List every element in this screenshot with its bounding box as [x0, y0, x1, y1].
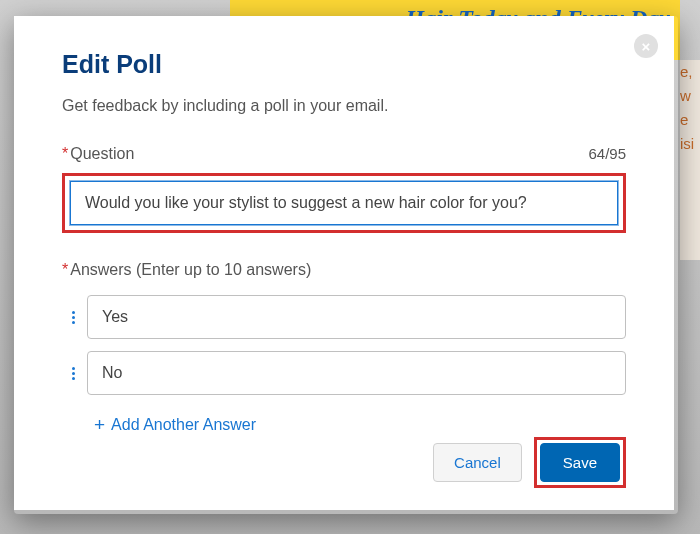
close-button[interactable]: × — [634, 34, 658, 58]
background-partial-text: e, w e isi — [680, 60, 700, 260]
modal-subtitle: Get feedback by including a poll in your… — [62, 97, 626, 115]
add-answer-label: Add Another Answer — [111, 416, 256, 434]
question-highlight-box — [62, 173, 626, 233]
cancel-button[interactable]: Cancel — [433, 443, 522, 482]
plus-icon: + — [94, 415, 105, 434]
modal-footer: Cancel Save — [433, 437, 626, 488]
question-input[interactable] — [85, 194, 603, 212]
edit-poll-modal: × Edit Poll Get feedback by including a … — [14, 16, 674, 510]
drag-handle-icon[interactable] — [72, 311, 75, 324]
save-highlight-box: Save — [534, 437, 626, 488]
answer-row — [62, 295, 626, 339]
answers-list — [62, 295, 626, 395]
required-indicator: * — [62, 145, 68, 162]
question-label: Question — [70, 145, 134, 162]
close-icon: × — [642, 39, 651, 54]
answer-input[interactable] — [87, 351, 626, 395]
required-indicator: * — [62, 261, 68, 278]
add-answer-button[interactable]: + Add Another Answer — [62, 415, 256, 434]
question-input-border — [70, 181, 618, 225]
answer-input[interactable] — [87, 295, 626, 339]
modal-title: Edit Poll — [62, 50, 626, 79]
answer-row — [62, 351, 626, 395]
answers-label: Answers (Enter up to 10 answers) — [70, 261, 311, 278]
answers-label-wrap: *Answers (Enter up to 10 answers) — [62, 261, 626, 279]
question-label-wrap: *Question — [62, 145, 134, 163]
save-button[interactable]: Save — [540, 443, 620, 482]
drag-handle-icon[interactable] — [72, 367, 75, 380]
character-count: 64/95 — [588, 145, 626, 162]
